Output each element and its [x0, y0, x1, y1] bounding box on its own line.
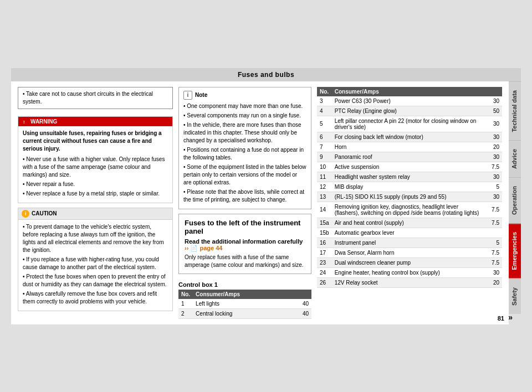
- row-no: 14: [317, 202, 332, 218]
- fuses-section: Fuses to the left of the instrument pane…: [178, 214, 311, 274]
- row-amps: 7.5: [485, 202, 502, 218]
- row-no: 16: [317, 238, 332, 247]
- row-no: 10: [317, 162, 332, 172]
- tab-operation[interactable]: Operation: [509, 177, 521, 223]
- control-box-1-tbody: 1Left lights402Central locking40: [178, 299, 311, 319]
- row-amps: 30: [485, 132, 502, 142]
- row-amps: 7.5: [485, 257, 502, 267]
- table-row: 23Dual windscreen cleaner pump7.5: [317, 257, 502, 267]
- tab-emergencies[interactable]: Emergencies: [509, 223, 521, 278]
- row-no: 13: [317, 192, 332, 202]
- warning-box: WARNING Using unsuitable fuses, repairin…: [18, 116, 173, 203]
- table-row: 9Panoramic roof30: [317, 152, 502, 162]
- table-row: 10Active suspension7.5: [317, 162, 502, 172]
- table-row: 3Power C63 (30 Power)30: [317, 96, 502, 106]
- row-no: 7: [317, 142, 332, 152]
- table-header-row: No. Consumer/Amps: [178, 290, 311, 299]
- row-no: 11: [317, 172, 332, 182]
- page-title: Fuses and bulbs: [11, 68, 521, 81]
- tab-safety[interactable]: Safety: [509, 278, 521, 314]
- top-note-text: • Take care not to cause short circuits …: [23, 91, 153, 105]
- warning-list: Never use a fuse with a higher value. On…: [23, 156, 168, 198]
- note-item: In the vehicle, there are more fuses tha…: [183, 121, 306, 145]
- tab-advice[interactable]: Advice: [509, 140, 521, 177]
- table-row: 6For closing back left window (motor)30: [317, 132, 502, 142]
- row-amps: 20: [485, 142, 502, 152]
- warning-triangle-icon: [22, 118, 28, 125]
- row-consumer: Left pillar connector A pin 22 (motor fo…: [332, 116, 485, 132]
- warning-header: WARNING: [18, 117, 172, 126]
- row-consumer: For closing back left window (motor): [332, 132, 485, 142]
- col-no: No.: [178, 290, 193, 299]
- table-row: 11Headlight washer system relay30: [317, 172, 502, 182]
- table-row: 15bAutomatic gearbox lever: [317, 228, 502, 238]
- right-col-no: No.: [317, 87, 332, 96]
- row-amps: 20: [485, 277, 502, 287]
- row-no: 12: [317, 182, 332, 192]
- table-row: 12MIB display5: [317, 182, 502, 192]
- caution-item: If you replace a fuse with higher-rating…: [23, 256, 168, 271]
- right-table-header-row: No. Consumer/Amps: [317, 87, 502, 96]
- row-consumer: Power C63 (30 Power): [332, 96, 485, 106]
- caution-icon: i: [22, 210, 29, 218]
- caution-item: Protect the fuse boxes when open to prev…: [23, 273, 168, 288]
- row-no: 9: [317, 152, 332, 162]
- row-no: 3: [317, 96, 332, 106]
- row-consumer: Panoramic roof: [332, 152, 485, 162]
- caution-item: Always carefully remove the fuse box cov…: [23, 290, 168, 306]
- table-row: 13(RL-15) SIDO Kl.15 supply (inputs 29 a…: [317, 192, 502, 202]
- row-no: 23: [317, 257, 332, 267]
- row-no: 1: [178, 299, 193, 309]
- row-consumer: (RL-15) SIDO Kl.15 supply (inputs 29 and…: [332, 192, 485, 202]
- caution-body: To prevent damage to the vehicle's elect…: [18, 220, 172, 311]
- col-amps: [295, 290, 311, 299]
- fuses-subtitle: Read the additional information carefull…: [185, 238, 305, 252]
- row-consumer: Dwa Sensor, Alarm horn: [332, 247, 485, 257]
- row-amps: 7.5: [485, 247, 502, 257]
- table-row: 4PTC Relay (Engine glow)50: [317, 106, 502, 116]
- row-amps: [485, 228, 502, 238]
- page-number: 81: [498, 315, 504, 322]
- row-consumer: Horn: [332, 142, 485, 152]
- fuses-section-title: Fuses to the left of the instrument pane…: [185, 219, 305, 235]
- table-row: 14Removing ignition key, diagnostics, he…: [317, 202, 502, 218]
- control-box-title: Control box 1: [178, 281, 311, 288]
- note-box: i Note One component may have more than …: [178, 87, 311, 209]
- row-consumer: 12V Relay socket: [332, 277, 485, 287]
- row-amps: 40: [295, 299, 311, 309]
- warning-item: Never use a fuse with a higher value. On…: [23, 156, 168, 179]
- caution-label: CAUTION: [32, 210, 57, 216]
- row-amps: 30: [485, 172, 502, 182]
- right-fuse-table: No. Consumer/Amps 3Power C63 (30 Power)3…: [317, 87, 502, 288]
- row-consumer: Active suspension: [332, 162, 485, 172]
- row-amps: 7.5: [485, 162, 502, 172]
- warning-body-text: Using unsuitable fuses, repairing fuses …: [23, 130, 168, 153]
- note-item: Some of the equipment listed in the tabl…: [183, 163, 306, 187]
- row-amps: 30: [485, 267, 502, 277]
- row-amps: 40: [295, 308, 311, 318]
- middle-column: i Note One component may have more than …: [178, 87, 311, 319]
- row-consumer: Left lights: [193, 299, 295, 309]
- tab-technical-data[interactable]: Technical data: [509, 81, 521, 141]
- fuses-body: Only replace fuses with a fuse of the sa…: [185, 254, 305, 269]
- row-no: 26: [317, 277, 332, 287]
- left-column: • Take care not to cause short circuits …: [18, 87, 173, 319]
- right-col-amps: [485, 87, 502, 96]
- row-consumer: Automatic gearbox lever: [332, 228, 485, 238]
- table-row: 15aAir and heat control (supply)7.5: [317, 218, 502, 228]
- row-no: 2: [178, 308, 193, 318]
- row-amps: 5: [485, 238, 502, 247]
- row-consumer: Headlight washer system relay: [332, 172, 485, 182]
- right-column: No. Consumer/Amps 3Power C63 (30 Power)3…: [317, 87, 502, 319]
- row-no: 6: [317, 132, 332, 142]
- note-icon: i: [183, 91, 192, 100]
- row-no: 15b: [317, 228, 332, 238]
- row-consumer: PTC Relay (Engine glow): [332, 106, 485, 116]
- row-amps: 50: [485, 106, 502, 116]
- top-note-box: • Take care not to cause short circuits …: [18, 87, 173, 109]
- warning-item: Never replace a fuse by a metal strip, s…: [23, 190, 168, 198]
- table-row: 24Engine heater, heating control box (su…: [317, 267, 502, 277]
- row-consumer: Dual windscreen cleaner pump: [332, 257, 485, 267]
- right-table-tbody: 3Power C63 (30 Power)304PTC Relay (Engin…: [317, 96, 502, 288]
- caution-list: To prevent damage to the vehicle's elect…: [23, 223, 168, 306]
